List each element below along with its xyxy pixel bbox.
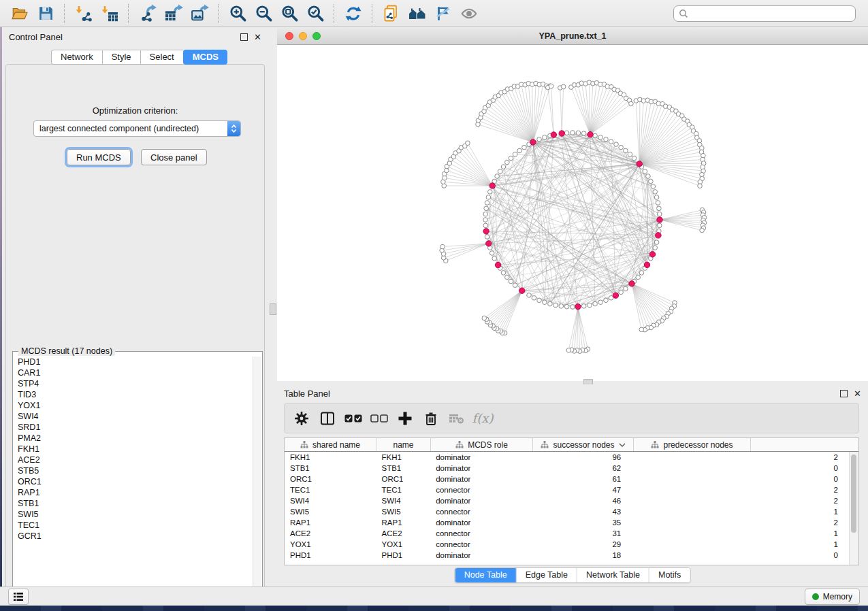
mcds-hub-node[interactable] — [551, 132, 556, 137]
network-node[interactable] — [614, 142, 619, 147]
network-node[interactable] — [570, 305, 575, 310]
network-node[interactable] — [509, 279, 513, 284]
network-leaf-node[interactable] — [639, 327, 644, 332]
network-node[interactable] — [483, 223, 488, 228]
network-node[interactable] — [522, 145, 527, 150]
run-mcds-button[interactable]: Run MCDS — [67, 149, 131, 165]
mcds-result-item[interactable]: PHD1 — [14, 357, 253, 367]
table-row[interactable]: RAP1RAP1dominator352 — [285, 517, 850, 528]
tab-select[interactable]: Select — [140, 50, 183, 65]
show-columns-button[interactable] — [317, 408, 338, 429]
zoom-fit-button[interactable] — [276, 3, 302, 24]
mcds-hub-node[interactable] — [637, 161, 642, 167]
network-node[interactable] — [598, 300, 603, 305]
network-node[interactable] — [657, 223, 662, 228]
network-node[interactable] — [581, 131, 586, 136]
network-node[interactable] — [532, 296, 536, 301]
export-image-button[interactable] — [187, 3, 212, 24]
mcds-hub-node[interactable] — [486, 241, 492, 246]
network-leaf-node[interactable] — [566, 348, 571, 353]
mcds-hub-node[interactable] — [559, 131, 564, 136]
mcds-hub-node[interactable] — [629, 281, 634, 286]
mcds-result-item[interactable]: STB1 — [14, 498, 253, 509]
table-row[interactable]: PHD1PHD1dominator180 — [285, 550, 850, 561]
network-node[interactable] — [588, 303, 592, 308]
mcds-result-item[interactable]: FKH1 — [14, 444, 253, 455]
network-node[interactable] — [492, 256, 497, 261]
close-panel-icon[interactable]: ✕ — [854, 391, 861, 397]
network-node[interactable] — [581, 304, 586, 309]
zoom-out-button[interactable] — [251, 3, 276, 24]
mcds-hub-node[interactable] — [657, 217, 662, 222]
show-hide-button[interactable] — [456, 3, 482, 24]
float-panel-icon[interactable] — [240, 33, 248, 41]
select-all-button[interactable] — [343, 408, 364, 429]
network-node[interactable] — [598, 135, 603, 140]
mcds-result-item[interactable]: SWI5 — [14, 509, 253, 520]
network-node[interactable] — [624, 286, 628, 291]
mcds-result-list[interactable]: PHD1CAR1STP4TID3YOX1SWI4SRD1PMA2FKH1ACE2… — [14, 357, 253, 597]
network-node[interactable] — [513, 152, 517, 157]
tab-edge-table[interactable]: Edge Table — [517, 568, 577, 582]
tab-network[interactable]: Network — [51, 50, 102, 65]
network-node[interactable] — [604, 298, 609, 303]
table-row[interactable]: STB1STB1dominator620 — [285, 463, 850, 474]
mcds-list-scrollbar[interactable] — [253, 357, 261, 597]
mcds-result-item[interactable]: SWI4 — [14, 411, 253, 422]
network-node[interactable] — [656, 201, 660, 205]
network-node[interactable] — [604, 137, 609, 142]
network-node[interactable] — [537, 298, 542, 303]
mcds-result-item[interactable]: YOX1 — [14, 400, 253, 411]
network-node[interactable] — [527, 293, 532, 298]
network-leaf-node[interactable] — [466, 141, 470, 146]
table-row[interactable]: SWI5SWI5connector431 — [285, 506, 850, 517]
network-node[interactable] — [513, 283, 517, 288]
float-panel-icon[interactable] — [840, 390, 848, 397]
import-network-button[interactable] — [71, 3, 97, 24]
mcds-hub-node[interactable] — [530, 139, 536, 145]
network-node[interactable] — [543, 300, 547, 305]
network-node[interactable] — [505, 160, 510, 165]
tab-mcds[interactable]: MCDS — [183, 50, 227, 65]
network-node[interactable] — [646, 174, 651, 179]
network-node[interactable] — [643, 169, 647, 174]
network-node[interactable] — [624, 148, 628, 153]
network-node[interactable] — [619, 145, 624, 150]
mcds-result-item[interactable]: ACE2 — [14, 455, 253, 465]
network-node[interactable] — [609, 139, 613, 144]
mcds-result-item[interactable]: STP4 — [14, 378, 253, 389]
network-node[interactable] — [498, 169, 502, 174]
mcds-hub-node[interactable] — [588, 132, 593, 137]
table-settings-button[interactable] — [291, 408, 312, 429]
open-button[interactable] — [7, 3, 33, 24]
zoom-selected-button[interactable] — [302, 3, 328, 24]
network-leaf-node[interactable] — [549, 84, 553, 88]
refresh-button[interactable] — [340, 3, 366, 24]
create-column-button[interactable] — [395, 408, 415, 429]
tab-network-table[interactable]: Network Table — [577, 568, 649, 582]
tab-motifs[interactable]: Motifs — [649, 568, 690, 582]
network-node[interactable] — [501, 165, 506, 169]
mcds-hub-node[interactable] — [489, 183, 495, 188]
network-node[interactable] — [654, 195, 659, 200]
network-node[interactable] — [632, 156, 637, 161]
table-row[interactable]: SWI4SWI4dominator462 — [285, 495, 850, 506]
network-node[interactable] — [486, 195, 491, 200]
export-network-button[interactable] — [135, 3, 161, 24]
network-node[interactable] — [639, 271, 644, 276]
mcds-result-item[interactable]: STB5 — [14, 465, 253, 476]
network-leaf-node[interactable] — [561, 84, 566, 89]
network-node[interactable] — [489, 251, 494, 256]
mcds-hub-node[interactable] — [495, 262, 500, 267]
network-node[interactable] — [483, 218, 488, 222]
mcds-result-item[interactable]: PMA2 — [14, 433, 253, 444]
network-node[interactable] — [570, 131, 575, 135]
network-node[interactable] — [495, 174, 500, 179]
tab-node-table[interactable]: Node Table — [455, 568, 517, 582]
mcds-hub-node[interactable] — [575, 304, 581, 310]
table-row[interactable]: ORC1ORC1dominator610 — [285, 474, 850, 484]
network-node[interactable] — [537, 137, 542, 142]
memory-button[interactable]: Memory — [805, 589, 860, 605]
network-node[interactable] — [488, 190, 493, 195]
zoom-in-button[interactable] — [225, 3, 251, 24]
